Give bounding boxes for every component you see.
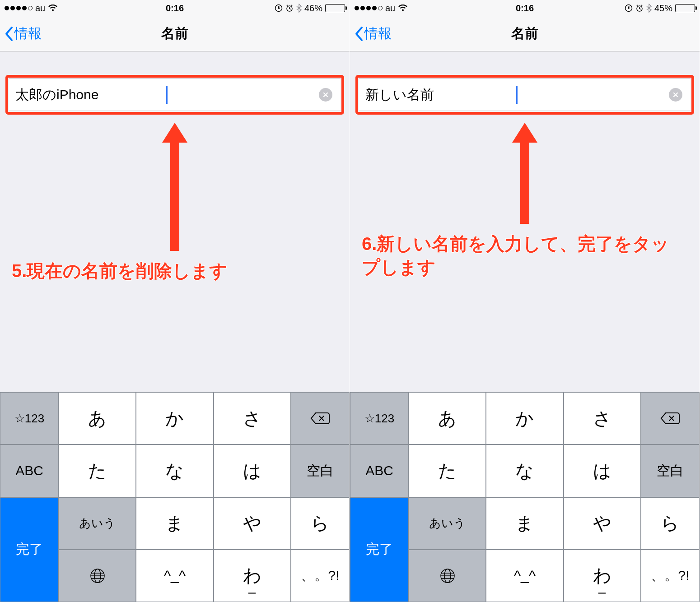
name-input-row[interactable]: 新しい名前: [359, 79, 691, 111]
clock-label: 0:16: [350, 3, 700, 14]
annotation-arrow: [162, 123, 187, 251]
key-mode-abc[interactable]: ABC: [350, 445, 409, 497]
name-input[interactable]: 新しい名前: [365, 86, 517, 104]
annotation-text: 6.新しい名前を入力して、完了をタップします: [362, 232, 688, 279]
key-kana-ka[interactable]: か: [486, 392, 563, 445]
key-backspace[interactable]: [641, 392, 700, 445]
key-kana-na[interactable]: な: [136, 445, 213, 497]
key-mode-num[interactable]: ☆123: [350, 392, 409, 445]
key-mode-num[interactable]: ☆123: [0, 392, 59, 445]
key-globe[interactable]: [409, 550, 486, 602]
key-space[interactable]: 空白: [641, 445, 700, 497]
key-done[interactable]: 完了: [0, 497, 59, 602]
status-bar: au 0:16 46%: [0, 0, 350, 16]
page-title: 名前: [350, 24, 700, 43]
key-kana-ta[interactable]: た: [409, 445, 486, 497]
nav-header: 情報 名前: [0, 16, 350, 51]
name-input[interactable]: 太郎のiPhone: [15, 86, 167, 104]
battery-icon: [325, 4, 345, 12]
battery-icon: [675, 4, 695, 12]
clock-label: 0:16: [0, 3, 350, 14]
key-kana-sa[interactable]: さ: [214, 392, 291, 445]
key-kana-a[interactable]: あ: [59, 392, 136, 445]
key-kana-ma[interactable]: ま: [136, 497, 213, 550]
key-done[interactable]: 完了: [350, 497, 409, 602]
key-kana-face[interactable]: ^_^: [486, 550, 563, 602]
text-cursor: [516, 86, 518, 104]
key-kana-ta[interactable]: た: [59, 445, 136, 497]
key-kana-punct[interactable]: 、。?!: [291, 550, 350, 602]
key-kana-ya[interactable]: や: [564, 497, 641, 550]
key-kana-ma[interactable]: ま: [486, 497, 563, 550]
key-space[interactable]: 空白: [291, 445, 350, 497]
key-kana-ra[interactable]: ら: [641, 497, 700, 550]
screen-right: au 0:16 45% 情報: [350, 0, 700, 602]
nav-header: 情報 名前: [350, 16, 700, 51]
clear-text-button[interactable]: [319, 88, 332, 102]
screen-left: au 0:16 46% 情報: [0, 0, 350, 602]
key-kana-wa[interactable]: わ ー: [564, 550, 641, 602]
key-kana-ha[interactable]: は: [214, 445, 291, 497]
keyboard: ☆123 あ か さ ABC た な は 空白 あいう ま や ら 完了 ^_^…: [0, 392, 350, 602]
text-cursor: [166, 86, 168, 104]
clear-text-button[interactable]: [669, 88, 682, 102]
key-kana-ha[interactable]: は: [564, 445, 641, 497]
key-mode-kana[interactable]: あいう: [409, 497, 486, 550]
status-bar: au 0:16 45%: [350, 0, 700, 16]
annotation-highlight-box: 太郎のiPhone: [5, 75, 344, 115]
content-area: 太郎のiPhone 5.現在の名前を削除します: [0, 51, 350, 392]
page-title: 名前: [0, 24, 350, 43]
key-kana-ya[interactable]: や: [214, 497, 291, 550]
key-kana-a[interactable]: あ: [409, 392, 486, 445]
annotation-highlight-box: 新しい名前: [355, 75, 694, 115]
key-kana-punct[interactable]: 、。?!: [641, 550, 700, 602]
key-kana-sa[interactable]: さ: [564, 392, 641, 445]
content-area: 新しい名前 6.新しい名前を入力して、完了をタップします: [350, 51, 700, 392]
keyboard: ☆123 あ か さ ABC た な は 空白 あいう ま や ら 完了 ^_^…: [350, 392, 700, 602]
key-mode-abc[interactable]: ABC: [0, 445, 59, 497]
key-kana-na[interactable]: な: [486, 445, 563, 497]
key-globe[interactable]: [59, 550, 136, 602]
key-mode-kana[interactable]: あいう: [59, 497, 136, 550]
key-kana-face[interactable]: ^_^: [136, 550, 213, 602]
key-kana-wa[interactable]: わ ー: [214, 550, 291, 602]
name-input-row[interactable]: 太郎のiPhone: [9, 79, 341, 111]
key-kana-ra[interactable]: ら: [291, 497, 350, 550]
annotation-arrow: [512, 123, 537, 224]
annotation-text: 5.現在の名前を削除します: [12, 259, 338, 282]
key-backspace[interactable]: [291, 392, 350, 445]
key-kana-ka[interactable]: か: [136, 392, 213, 445]
